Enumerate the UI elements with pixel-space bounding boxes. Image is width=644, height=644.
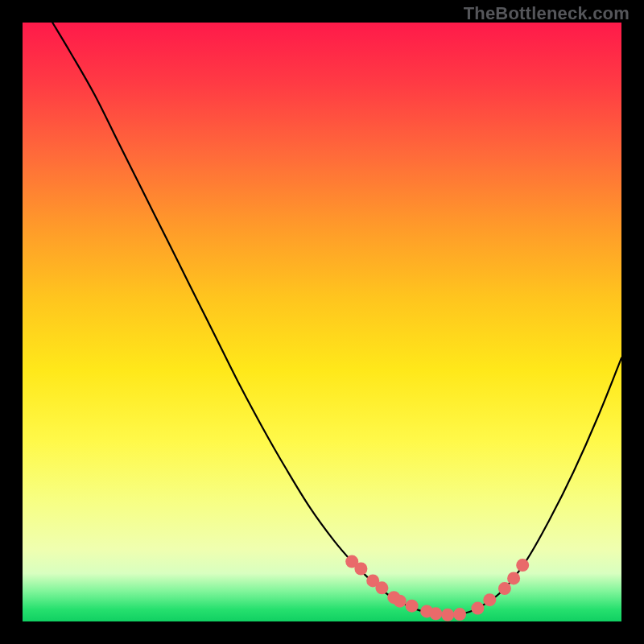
highlight-dot (471, 602, 484, 615)
bottleneck-curve (52, 23, 621, 615)
highlight-dot (429, 607, 442, 620)
highlight-dot (406, 600, 419, 613)
chart-overlay (23, 23, 621, 621)
highlight-dot (354, 563, 367, 576)
highlight-dot (507, 572, 520, 584)
highlight-dot (453, 608, 466, 621)
highlight-dot (394, 595, 407, 608)
highlight-dot (441, 609, 454, 621)
highlight-dot (483, 593, 496, 606)
watermark-text: TheBottleneck.com (464, 3, 630, 24)
highlight-dot (375, 581, 388, 594)
stage: TheBottleneck.com (0, 0, 644, 644)
highlight-dot (498, 582, 511, 595)
dots-group (345, 555, 529, 621)
highlight-dot (516, 559, 529, 572)
